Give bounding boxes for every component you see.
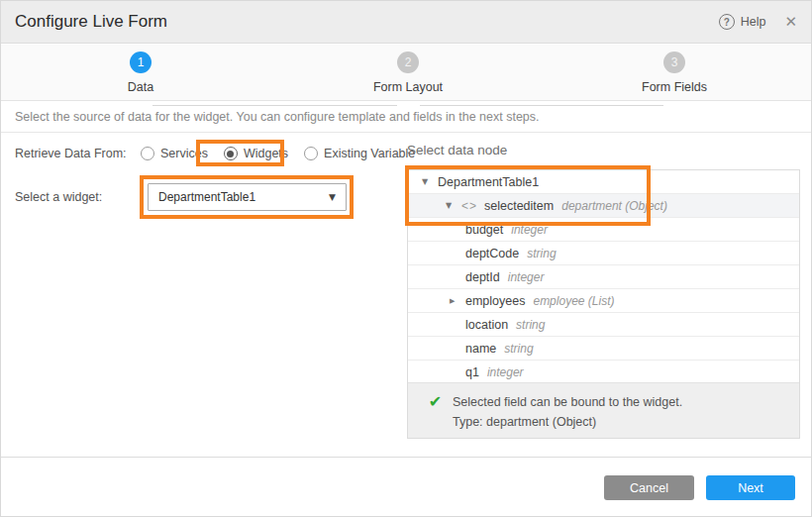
step-label-data: Data [81, 80, 200, 94]
step-form-layout[interactable]: 2 Form Layout [349, 52, 467, 94]
radio-widgets[interactable]: Widgets [224, 147, 288, 160]
tree-row-selecteditem[interactable]: ▼ <> selecteditem department (Object) [408, 194, 799, 218]
check-icon: ✔ [418, 392, 453, 438]
tree-node-type: employee (List) [533, 294, 614, 308]
dialog-header: Configure Live Form ? Help ✕ [1, 1, 811, 44]
data-node-tree-panel: ▼ DepartmentTable1 ▼ <> selecteditem dep… [407, 169, 800, 439]
radio-label-existing-variable: Existing Variable [324, 147, 415, 160]
select-widget-label: Select a widget: [15, 190, 102, 204]
radio-label-widgets: Widgets [244, 147, 288, 160]
tree-row-employees[interactable]: ▶ employees employee (List) [408, 289, 799, 313]
chevron-down-icon: ▼ [329, 192, 336, 202]
tree-node-name: name [465, 342, 496, 356]
tree-row-deptcode[interactable]: deptCode string [408, 242, 799, 265]
tree-node-type: integer [487, 365, 524, 379]
status-line-1: Selected field can be bound to the widge… [453, 392, 682, 412]
tree-node-type: string [527, 247, 556, 260]
code-icon: <> [461, 199, 477, 213]
tree-row-name[interactable]: name string [408, 337, 799, 361]
close-icon[interactable]: ✕ [784, 13, 797, 31]
step-number-1: 1 [130, 52, 152, 73]
radio-circle-services [141, 147, 154, 160]
step-label-form-fields: Form Fields [615, 80, 734, 94]
tree-node-name: selecteditem [484, 199, 554, 213]
retrieve-data-radio-group: Services Widgets Existing Variable [141, 147, 431, 160]
tree-node-name: deptId [465, 270, 500, 284]
next-button[interactable]: Next [706, 475, 795, 500]
step-number-2: 2 [397, 52, 419, 73]
tree-node-type: string [516, 318, 545, 332]
select-data-node-heading: Select data node [407, 143, 507, 157]
step-label-form-layout: Form Layout [349, 80, 467, 94]
tree-node-name: q1 [465, 365, 479, 379]
help-button[interactable]: ? Help [719, 14, 766, 30]
status-line-2: Type: department (Object) [453, 412, 682, 432]
configure-live-form-dialog: Configure Live Form ? Help ✕ 1 Data 2 Fo… [0, 0, 812, 517]
help-label: Help [741, 15, 766, 29]
tree-node-name: deptCode [465, 247, 519, 260]
wizard-stepper: 1 Data 2 Form Layout 3 Form Fields [1, 45, 811, 101]
tree-node-name: budget [465, 223, 503, 237]
tree-row-budget[interactable]: budget integer [408, 218, 799, 242]
caret-down-icon[interactable]: ▼ [446, 201, 461, 210]
caret-right-icon[interactable]: ▶ [450, 297, 465, 305]
step-data[interactable]: 1 Data [81, 52, 200, 94]
tree-node-type: department (Object) [561, 199, 667, 213]
step-description: Select the source of data for the widget… [1, 101, 811, 133]
retrieve-data-from-label: Retrieve Data From: [15, 147, 127, 160]
page-title: Configure Live Form [15, 12, 167, 32]
cancel-button[interactable]: Cancel [604, 475, 694, 500]
tree-node-name: location [465, 318, 508, 332]
tree-row-location[interactable]: location string [408, 313, 799, 337]
widget-select-value: DepartmentTable1 [158, 190, 255, 204]
step-form-fields[interactable]: 3 Form Fields [615, 52, 734, 94]
tree-row-departmenttable1[interactable]: ▼ DepartmentTable1 [408, 170, 799, 194]
header-actions: ? Help ✕ [719, 13, 797, 31]
radio-existing-variable[interactable]: Existing Variable [304, 147, 415, 160]
help-icon: ? [719, 14, 735, 30]
tree-row-q1[interactable]: q1 integer [408, 361, 799, 384]
tree-node-name: DepartmentTable1 [438, 175, 539, 189]
radio-circle-widgets [224, 147, 238, 160]
tree-node-name: employees [465, 294, 525, 308]
tree-node-type: integer [508, 270, 545, 284]
radio-label-services: Services [160, 147, 208, 160]
tree-row-deptid[interactable]: deptId integer [408, 265, 799, 289]
caret-down-icon[interactable]: ▼ [422, 177, 438, 186]
radio-circle-existing-variable [304, 147, 318, 160]
binding-status-message: ✔ Selected field can be bound to the wid… [408, 382, 799, 438]
footer-divider [1, 457, 811, 458]
tree-node-type: string [504, 342, 533, 356]
widget-select-dropdown[interactable]: DepartmentTable1 ▼ [148, 183, 347, 211]
step-number-3: 3 [663, 52, 685, 73]
tree-node-type: integer [511, 223, 548, 237]
radio-services[interactable]: Services [141, 147, 208, 160]
